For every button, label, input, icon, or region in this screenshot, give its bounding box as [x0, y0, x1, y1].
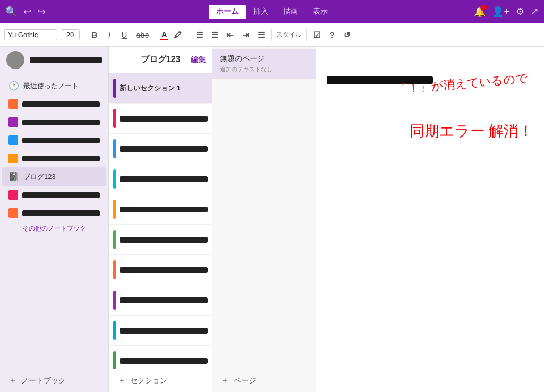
align-button[interactable]: ☰ — [255, 29, 267, 41]
toolbar-divider-2 — [156, 29, 156, 41]
notebook-icon-5 — [8, 190, 18, 200]
font-color-button[interactable]: A — [160, 30, 168, 40]
section-item-9[interactable] — [109, 346, 212, 369]
section-item-2[interactable] — [109, 134, 212, 164]
sidebar-item-6[interactable] — [2, 204, 106, 222]
nav-right: 🔔 👤+ ⚙ ⤢ — [335, 6, 539, 18]
font-size-input[interactable] — [61, 29, 80, 40]
page-title-0: 無題のページ — [220, 54, 308, 64]
add-user-icon[interactable]: 👤+ — [492, 6, 509, 18]
redo-icon[interactable]: ↪ — [38, 6, 46, 18]
section-bar-5 — [120, 237, 208, 243]
sidebar-item-5[interactable] — [2, 186, 106, 204]
sidebar-item-blog123[interactable]: 📓 ブログ123 — [2, 167, 106, 186]
font-name-input[interactable] — [4, 29, 57, 40]
section-color-5 — [113, 230, 116, 249]
checkbox-button[interactable]: ☑ — [311, 29, 323, 41]
help-button[interactable]: ? — [326, 29, 338, 40]
bell-icon[interactable]: 🔔 — [474, 6, 486, 18]
sidebar-item-bar-3 — [22, 138, 100, 143]
sidebar-item-4[interactable] — [2, 149, 106, 167]
content-area[interactable]: 「！」が消えているので 同期エラー 解消！ — [316, 47, 544, 392]
pages-panel: 無題のページ 追加のテキストなし ＋ ページ — [212, 47, 316, 392]
pages-bottom[interactable]: ＋ ページ — [212, 369, 316, 392]
tab-draw[interactable]: 描画 — [276, 5, 305, 19]
section-item-4[interactable] — [109, 194, 212, 225]
section-bar-2 — [120, 146, 208, 152]
font-color-label: A — [162, 30, 167, 39]
indent-increase-button[interactable]: ⇥ — [240, 29, 252, 41]
expand-icon[interactable]: ⤢ — [531, 6, 539, 18]
add-section-icon: ＋ — [117, 375, 126, 386]
section-item-5[interactable] — [109, 225, 212, 255]
page-item-0[interactable]: 無題のページ 追加のテキストなし — [212, 49, 316, 79]
sidebar-item-1[interactable] — [2, 95, 106, 113]
sidebar-top — [0, 47, 108, 73]
section-color-9 — [113, 351, 116, 369]
strikethrough-button[interactable]: abc — [133, 29, 151, 40]
notebook-icon-2 — [8, 117, 18, 127]
annotation-text-1: 「！」が消えているので — [395, 70, 529, 98]
underline-button[interactable]: U — [118, 29, 130, 40]
sidebar-item-2[interactable] — [2, 113, 106, 131]
section-item-active[interactable]: 新しいセクション 1 — [109, 73, 212, 104]
undo-icon[interactable]: ↩ — [23, 6, 31, 18]
sidebar-item-recent[interactable]: 🕐 最近使ったノート — [2, 76, 106, 95]
add-notebook-icon: ＋ — [8, 375, 17, 386]
tab-home[interactable]: ホーム — [209, 5, 246, 19]
section-bar-1 — [120, 116, 208, 122]
add-page-label: ページ — [234, 376, 256, 386]
highlight-button[interactable]: 🖍 — [171, 29, 184, 40]
search-icon[interactable]: 🔍 — [5, 6, 17, 18]
section-item-6[interactable] — [109, 255, 212, 285]
italic-button[interactable]: I — [104, 29, 115, 40]
pages-list: 無題のページ 追加のテキストなし — [212, 47, 316, 369]
sections-panel: ブログ123 編集 新しいセクション 1 — [109, 47, 212, 392]
bullet-list-button[interactable]: ☰ — [193, 29, 206, 41]
num-list-button[interactable]: ☰ — [209, 29, 221, 41]
tab-view[interactable]: 表示 — [305, 5, 335, 19]
sections-list: 新しいセクション 1 — [109, 73, 212, 369]
main-area: 🕐 最近使ったノート 📓 ブログ123 — [0, 47, 544, 392]
book-icon: 📓 — [8, 172, 19, 182]
toolbar-divider-5 — [306, 29, 307, 41]
format-undo-button[interactable]: ↺ — [341, 29, 353, 41]
font-color-indicator — [160, 39, 168, 40]
section-color-8 — [113, 321, 116, 340]
section-item-1[interactable] — [109, 104, 212, 134]
section-item-3[interactable] — [109, 164, 212, 194]
sidebar-bottom[interactable]: ＋ ノートブック — [0, 369, 108, 392]
notebook-icon-1 — [8, 99, 18, 109]
section-color-7 — [113, 291, 116, 310]
section-bar-4 — [120, 207, 208, 212]
style-button[interactable]: スタイル — [276, 30, 302, 39]
nav-tabs: ホーム 挿入 描画 表示 — [209, 5, 335, 19]
sidebar-item-bar-6 — [22, 210, 100, 216]
sidebar-item-bar-1 — [22, 101, 100, 107]
tab-insert[interactable]: 挿入 — [246, 5, 276, 19]
section-active-label: 新しいセクション 1 — [120, 83, 181, 93]
section-bar-6 — [120, 267, 208, 273]
section-bar-3 — [120, 176, 208, 182]
sidebar-item-3[interactable] — [2, 131, 106, 149]
more-notebooks-link[interactable]: その他のノートブック — [0, 222, 108, 235]
notebook-icon-3 — [8, 135, 18, 145]
toolbar-divider-3 — [189, 29, 189, 41]
user-name-bar — [30, 57, 102, 63]
add-section-label: セクション — [130, 376, 167, 386]
bold-button[interactable]: B — [89, 29, 100, 40]
sidebar-item-bar-2 — [22, 120, 100, 125]
notebook-icon-4 — [8, 154, 18, 163]
section-color-3 — [113, 169, 116, 189]
toolbar: B I U abc A 🖍 ☰ ☰ ⇤ ⇥ ☰ スタイル ☑ ? ↺ — [0, 23, 544, 47]
sidebar-notebook-label: ブログ123 — [23, 172, 56, 182]
section-item-8[interactable] — [109, 316, 212, 346]
section-color-6 — [113, 260, 116, 279]
sections-edit-button[interactable]: 編集 — [191, 55, 206, 65]
section-color-4 — [113, 200, 116, 219]
notebook-icon-6 — [8, 208, 18, 218]
section-item-7[interactable] — [109, 285, 212, 316]
indent-decrease-button[interactable]: ⇤ — [224, 29, 236, 41]
settings-icon[interactable]: ⚙ — [516, 6, 524, 18]
sections-bottom[interactable]: ＋ セクション — [109, 369, 212, 392]
